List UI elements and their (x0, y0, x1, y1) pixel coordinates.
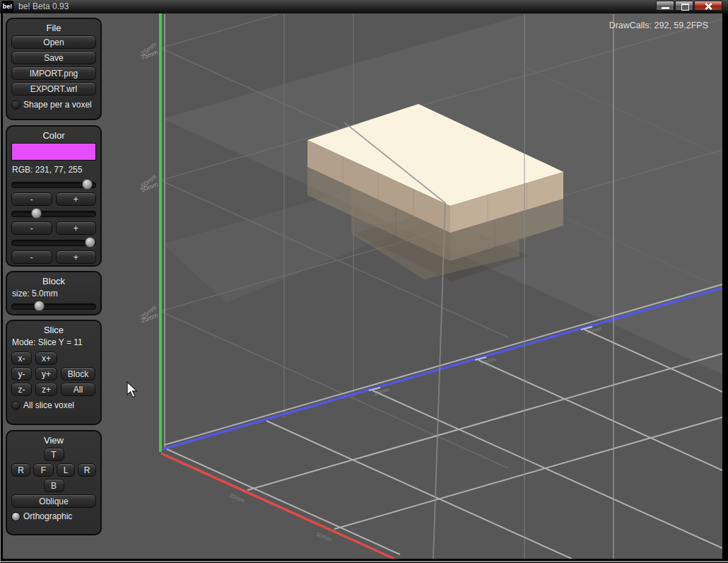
view-top-button[interactable]: T (44, 448, 64, 461)
slice-z-minus-button[interactable]: z- (11, 383, 32, 396)
green-slider[interactable] (11, 208, 96, 219)
slice-z-plus-button[interactable]: z+ (35, 383, 57, 396)
green-slider-thumb[interactable] (31, 208, 42, 219)
block-size-slider-track[interactable] (11, 303, 96, 310)
all-slice-voxel-label: All slice voxel (23, 400, 74, 410)
slice-all-button[interactable]: All (61, 383, 95, 396)
color-panel-title: Color (11, 130, 96, 141)
viewport-canvas: 75mm 75mm 50mm 50mm 25mm 25mm 25mm 50mm … (3, 13, 722, 559)
title-bar: be! be! Beta 0.93 (0, 0, 728, 13)
close-button[interactable] (694, 1, 722, 11)
slice-y-plus-button[interactable]: y+ (35, 367, 57, 381)
view-bottom-button[interactable]: B (44, 479, 64, 492)
rgb-value-label: RGB: 231, 77, 255 (12, 165, 96, 175)
green-slider-track[interactable] (11, 211, 96, 217)
red-minus-button[interactable]: - (11, 192, 52, 206)
view-panel-title: View (11, 435, 96, 446)
viewport-3d[interactable]: 75mm 75mm 50mm 50mm 25mm 25mm 25mm 50mm … (3, 13, 722, 559)
slice-block-button[interactable]: Block (61, 367, 95, 381)
window-edge-left (0, 13, 1, 563)
import-png-button[interactable]: IMPORT.png (11, 66, 96, 80)
file-panel-title: File (11, 23, 96, 33)
export-wrl-button[interactable]: EXPORT.wrl (11, 82, 96, 95)
blue-minus-button[interactable]: - (11, 250, 52, 264)
green-plus-button[interactable]: + (56, 221, 97, 235)
minimize-button[interactable] (656, 1, 674, 11)
blue-slider-thumb[interactable] (85, 237, 95, 248)
orthographic-label: Orthographic (23, 511, 72, 521)
app-window: be! be! Beta 0.93 (0, 0, 728, 563)
open-button[interactable]: Open (11, 35, 96, 49)
view-left-button[interactable]: L (57, 463, 75, 477)
blue-slider[interactable] (11, 237, 96, 248)
red-slider[interactable] (11, 179, 96, 190)
block-size-label: size: 5.0mm (12, 289, 96, 298)
all-slice-voxel-checkbox[interactable] (11, 401, 20, 410)
view-front-button[interactable]: F (33, 463, 54, 477)
slice-y-minus-button[interactable]: y- (11, 367, 32, 381)
view-panel: View T R F L R B Oblique Orthographic (6, 430, 102, 535)
block-panel-title: Block (11, 276, 96, 286)
red-slider-thumb[interactable] (82, 179, 93, 190)
maximize-button[interactable] (675, 1, 693, 11)
slice-x-plus-button[interactable]: x+ (35, 352, 57, 365)
slice-mode-label: Mode: Slice Y = 11 (12, 337, 96, 347)
minimize-icon (662, 7, 669, 9)
app-icon: be! (1, 1, 13, 13)
slice-x-minus-button[interactable]: x- (11, 352, 32, 365)
shape-per-voxel-checkbox[interactable] (11, 100, 20, 110)
block-size-slider-thumb[interactable] (34, 301, 45, 311)
window-title: be! Beta 0.93 (18, 0, 69, 13)
view-right-button[interactable]: R (11, 463, 30, 477)
view-rear-button[interactable]: R (78, 463, 96, 477)
shape-per-voxel-label: Shape per a voxel (23, 100, 92, 110)
file-panel: File Open Save IMPORT.png EXPORT.wrl Sha… (6, 18, 102, 120)
blue-plus-button[interactable]: + (56, 250, 97, 264)
orthographic-radio[interactable] (11, 512, 20, 521)
color-panel: Color RGB: 231, 77, 255 - + - + - + (6, 125, 102, 267)
green-minus-button[interactable]: - (11, 221, 52, 235)
window-edge-bottom (0, 561, 728, 562)
drawcalls-stats: DrawCalls: 292, 59.2FPS (609, 21, 708, 30)
block-panel: Block size: 5.0mm (6, 271, 102, 315)
red-plus-button[interactable]: + (56, 192, 97, 206)
slice-panel: Slice Mode: Slice Y = 11 x- x+ y- y+ Blo… (6, 320, 102, 425)
oblique-button[interactable]: Oblique (11, 494, 96, 508)
save-button[interactable]: Save (11, 51, 96, 64)
color-swatch (11, 143, 96, 161)
close-icon (705, 3, 712, 10)
maximize-icon (681, 4, 689, 11)
blue-slider-track[interactable] (11, 240, 96, 246)
slice-panel-title: Slice (11, 325, 96, 335)
block-size-slider[interactable] (11, 301, 96, 311)
